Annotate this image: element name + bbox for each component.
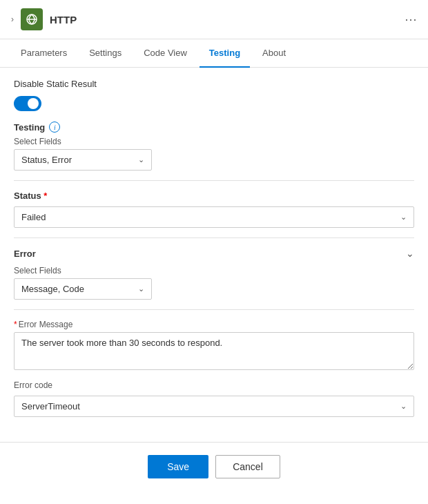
testing-info-icon[interactable]: i [49,122,60,133]
error-section: Error ⌄ Select Fields Message, Code ⌄ * … [14,248,414,417]
divider-1 [14,180,414,181]
error-select-fields-dropdown[interactable]: Message, Code ⌄ [14,278,152,300]
select-fields-dropdown[interactable]: Status, Error ⌄ [14,149,152,171]
select-fields-chevron-icon: ⌄ [138,155,144,164]
status-required-marker: * [43,191,47,201]
error-message-label: * Error Message [14,320,414,329]
select-fields-label: Select Fields [14,137,414,146]
tab-about[interactable]: About [253,39,295,68]
tab-parameters[interactable]: Parameters [11,39,77,68]
more-options-icon[interactable]: ⋯ [405,12,417,27]
tab-settings[interactable]: Settings [79,39,131,68]
status-section-title: Status * [14,191,414,201]
divider-3 [14,309,414,310]
error-code-dropdown[interactable]: ServerTimeout ⌄ [14,396,414,417]
page-title: HTTP [50,14,398,26]
disable-static-result-row: Disable Static Result [14,79,414,89]
error-section-header: Error ⌄ [14,248,414,259]
connector-icon [21,8,43,30]
status-dropdown-value: Failed [21,212,46,222]
error-code-chevron-icon: ⌄ [400,402,407,411]
error-collapse-icon[interactable]: ⌄ [406,248,414,259]
header: › HTTP ⋯ [0,0,428,39]
status-dropdown[interactable]: Failed ⌄ [14,206,414,228]
error-select-fields-value: Message, Code [21,284,84,294]
testing-section-title: Testing [14,122,45,133]
cancel-button[interactable]: Cancel [215,455,280,478]
breadcrumb-chevron[interactable]: › [11,14,14,24]
status-chevron-icon: ⌄ [400,213,407,222]
error-select-fields-label: Select Fields [14,266,414,275]
footer: Save Cancel [0,442,428,491]
disable-static-result-toggle[interactable] [14,96,41,111]
tab-code-view[interactable]: Code View [134,39,197,68]
tab-testing[interactable]: Testing [200,39,250,68]
error-message-input[interactable]: The server took more than 30 seconds to … [14,332,414,370]
save-button[interactable]: Save [148,455,208,478]
error-section-title: Error [14,249,36,259]
error-code-label: Error code [14,380,414,390]
tab-bar: Parameters Settings Code View Testing Ab… [0,39,428,68]
testing-section-heading: Testing i [14,122,414,133]
select-fields-value: Status, Error [21,155,72,165]
error-select-chevron-icon: ⌄ [138,284,144,293]
divider-2 [14,238,414,238]
error-code-value: ServerTimeout [21,401,80,411]
status-section: Status * Failed ⌄ [14,191,414,228]
error-message-required-marker: * [14,320,17,329]
main-content: Disable Static Result Testing i Select F… [0,68,428,428]
disable-static-result-label: Disable Static Result [14,79,97,89]
